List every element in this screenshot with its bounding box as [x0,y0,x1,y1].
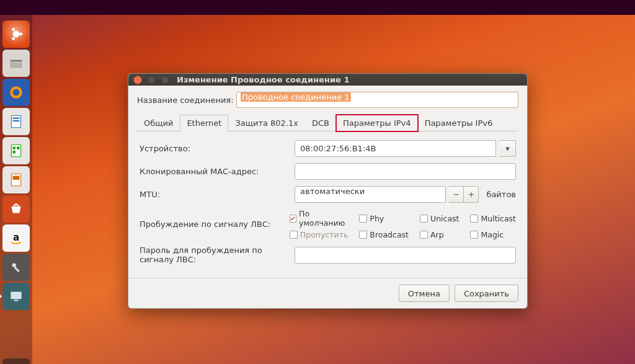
dash-icon[interactable] [2,20,30,48]
wol-multicast-checkbox[interactable]: Multicast [470,209,516,228]
wol-default-checkbox[interactable]: По умолчанию [290,209,348,228]
svg-rect-19 [14,267,20,272]
device-select[interactable]: 08:00:27:56:B1:4B [295,140,496,157]
software-center-icon[interactable] [2,195,30,223]
cloned-mac-input[interactable] [295,163,516,180]
svg-point-1 [19,33,22,36]
svg-point-3 [12,37,15,40]
tabs: Общий Ethernet Защита 802.1x DCB Парамет… [137,114,518,131]
tab-general[interactable]: Общий [137,115,180,131]
wol-unicast-checkbox[interactable]: Unicast [420,209,460,228]
svg-rect-10 [13,120,20,122]
mtu-unit: байтов [486,190,516,199]
chevron-down-icon: ▾ [505,144,510,153]
svg-rect-13 [17,147,19,149]
mtu-input[interactable]: автоматически [295,186,446,203]
connection-name-input[interactable]: Проводное соединение 1 [236,92,518,108]
svg-rect-5 [10,63,22,68]
mtu-decrement-button[interactable]: − [449,186,464,203]
amazon-icon[interactable]: a [2,224,30,252]
network-manager-icon[interactable] [2,283,30,310]
window-title: Изменение Проводное соединение 1 [177,75,349,84]
tab-ipv4[interactable]: Параметры IPv4 [336,115,418,131]
window-minimize-icon[interactable] [147,76,156,84]
mtu-increment-button[interactable]: + [464,186,479,203]
svg-rect-21 [14,300,19,301]
wol-password-input[interactable] [295,247,516,264]
wol-magic-checkbox[interactable]: Magic [470,230,516,239]
svg-rect-4 [10,60,22,62]
wol-label: Пробуждение по сигналу ЛВС: [140,220,290,229]
firefox-icon[interactable] [2,79,30,106]
wol-phy-checkbox[interactable]: Phy [359,209,409,228]
svg-text:a: a [13,232,19,243]
unity-launcher: a [0,15,32,364]
ethernet-pane: Устройство: 08:00:27:56:B1:4B ▾ Клониров… [137,131,518,273]
window-titlebar[interactable]: Изменение Проводное соединение 1 [128,74,527,86]
tab-ethernet[interactable]: Ethernet [180,115,228,131]
svg-rect-12 [13,147,16,149]
wol-arp-checkbox[interactable]: Arp [420,230,460,239]
window-close-icon[interactable] [133,76,142,84]
cloned-mac-label: Клонированный MAC-адрес: [140,167,295,176]
connection-name-label: Название соединения: [137,95,236,105]
svg-point-0 [13,31,20,38]
top-menu-bar [0,0,635,15]
wol-broadcast-checkbox[interactable]: Broadcast [359,230,409,239]
trash-icon[interactable] [2,358,30,364]
svg-point-18 [12,264,17,268]
tab-dcb[interactable]: DCB [305,115,336,131]
files-icon[interactable] [2,50,30,77]
impress-icon[interactable] [2,166,30,193]
svg-rect-14 [13,151,16,153]
wol-skip-checkbox: Пропустить [290,230,348,239]
calc-icon[interactable] [2,137,30,164]
writer-icon[interactable] [2,108,30,135]
device-value: 08:00:27:56:B1:4B [300,144,376,153]
settings-icon[interactable] [2,254,30,281]
connection-name-value: Проводное соединение 1 [241,92,351,102]
wol-password-label: Пароль для пробуждения по сигналу ЛВС: [140,246,295,264]
svg-point-7 [13,89,20,96]
wol-options: По умолчанию Phy Unicast Multicast Пропу… [290,209,516,239]
svg-rect-9 [13,118,20,119]
cancel-button[interactable]: Отмена [399,285,450,302]
svg-rect-16 [13,176,20,180]
save-button[interactable]: Сохранить [455,285,518,302]
tab-security[interactable]: Защита 802.1x [228,115,305,131]
svg-point-2 [12,28,15,31]
window-maximize-icon[interactable] [161,76,169,84]
dialog-footer: Отмена Сохранить [128,278,527,308]
mtu-label: MTU: [140,190,295,199]
device-label: Устройство: [140,144,295,153]
device-dropdown-button[interactable]: ▾ [500,140,516,157]
svg-rect-20 [11,291,21,299]
edit-connection-window: Изменение Проводное соединение 1 Названи… [128,73,528,309]
tab-ipv6[interactable]: Параметры IPv6 [418,115,500,131]
